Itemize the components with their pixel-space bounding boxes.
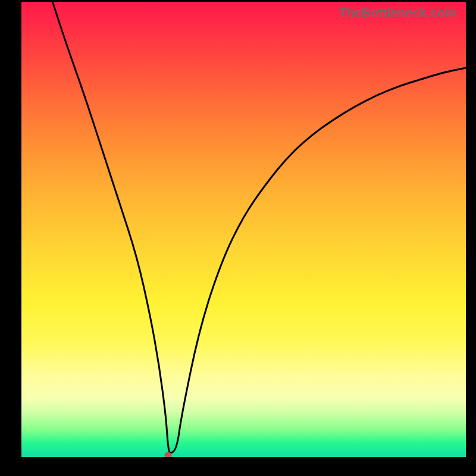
watermark-text: TheBottleneck.com	[339, 5, 456, 20]
bottleneck-curve	[21, 2, 466, 457]
chart-area: TheBottleneck.com	[21, 2, 466, 457]
